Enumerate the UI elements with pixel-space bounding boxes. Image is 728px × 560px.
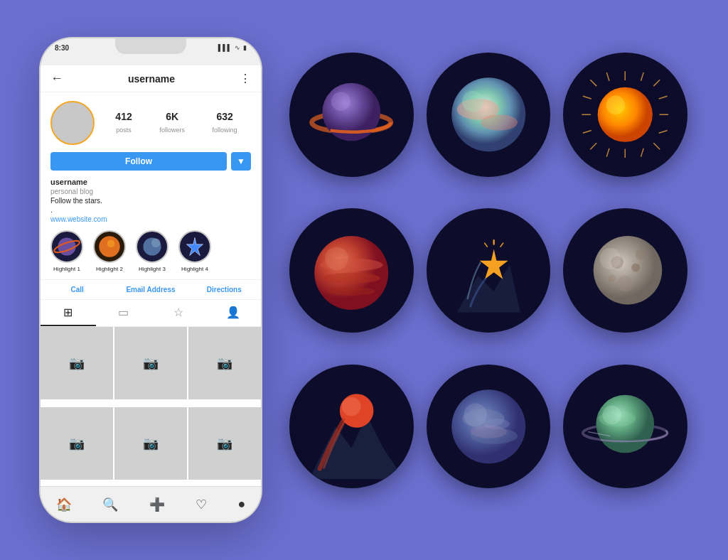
svg-point-11 [331,92,350,111]
svg-point-5 [151,238,161,247]
following-count: 632 [213,111,237,122]
planet-ringed-green [563,365,687,489]
planet-mars [289,208,414,333]
svg-line-31 [607,149,610,157]
svg-line-25 [641,149,644,157]
tab-tagged[interactable]: ☆ [151,300,206,326]
planet-saturn [289,53,414,177]
grid-cell-1[interactable]: 📷 [41,327,113,399]
highlight-circle-2 [93,230,126,263]
highlight-label-2: Highlight 2 [96,266,123,272]
main-container: 8:30 ▌▌▌ ∿ ▮ ← username ⋮ [0,0,728,560]
stats-row: 412 posts 6K followers 632 following [50,101,251,145]
svg-point-3 [107,240,115,248]
tab-grid[interactable]: ⊞ [41,300,96,326]
grid-cell-3[interactable]: 📷 [188,327,261,399]
follow-row: Follow ▼ [50,152,251,171]
planets-grid [289,53,687,507]
phone-notch [115,38,186,54]
grid-cell-6[interactable]: 📷 [188,407,261,480]
highlight-2[interactable]: Highlight 2 [93,230,126,272]
svg-point-14 [481,114,518,130]
header-username: username [128,73,175,85]
back-button[interactable]: ← [50,71,63,86]
grid-cell-4[interactable]: 📷 [41,407,113,480]
posts-label: posts [116,126,132,134]
svg-line-28 [659,96,668,99]
follow-dropdown-button[interactable]: ▼ [231,152,251,171]
svg-point-32 [598,87,653,142]
planet-moon [563,208,687,333]
highlight-label-3: Highlight 3 [139,266,166,272]
svg-line-30 [641,72,644,81]
svg-line-24 [607,72,610,81]
menu-button[interactable]: ⋮ [240,72,251,85]
wifi-icon: ∿ [235,44,240,51]
battery-icon: ▮ [243,44,247,51]
bio-dot: . [50,206,251,214]
svg-point-53 [342,397,361,416]
planet-comet [289,365,414,489]
nav-likes[interactable]: ♡ [196,497,207,512]
highlight-circle-3 [136,230,168,263]
svg-point-33 [606,96,626,115]
directions-button[interactable]: Directions [188,286,261,294]
highlight-label-4: Highlight 4 [181,266,208,272]
highlight-circle-4 [178,230,211,263]
planet-nebula [427,53,551,177]
photo-grid: 📷 📷 📷 📷 📷 📷 [41,327,261,486]
svg-point-36 [322,273,380,284]
posts-count: 412 [115,111,132,122]
avatar [50,101,95,145]
grid-cell-2[interactable]: 📷 [114,327,187,399]
bio-type: personal blog [50,188,251,195]
svg-point-48 [636,249,647,260]
ig-profile: 412 posts 6K followers 632 following [41,92,261,230]
posts-stat: 412 posts [115,111,132,135]
svg-line-43 [484,243,487,247]
tab-mentions[interactable]: 👤 [206,300,262,326]
email-button[interactable]: Email Address [114,286,187,294]
highlight-4[interactable]: Highlight 4 [178,230,211,272]
bio-name: username [50,178,251,186]
following-stat: 632 following [213,111,237,135]
follow-button[interactable]: Follow [50,152,227,171]
bio-link[interactable]: www.website.com [50,215,251,223]
call-button[interactable]: Call [41,286,114,294]
highlight-label-1: Highlight 1 [53,266,80,272]
nav-home[interactable]: 🏠 [56,497,72,512]
svg-marker-40 [479,249,508,279]
followers-count: 6K [159,111,185,122]
tab-reels[interactable]: ▭ [96,300,151,326]
ig-header: ← username ⋮ [41,65,261,92]
svg-point-49 [609,275,616,282]
svg-point-15 [462,91,483,112]
phone-mockup: 8:30 ▌▌▌ ∿ ▮ ← username ⋮ [41,38,261,522]
svg-point-37 [328,287,375,296]
followers-stat: 6K followers [159,111,185,135]
phone-wrapper: 8:30 ▌▌▌ ∿ ▮ ← username ⋮ [41,38,261,522]
phone-screen: ← username ⋮ 412 posts [41,65,261,486]
highlight-3[interactable]: Highlight 3 [136,230,168,272]
status-bar: 8:30 ▌▌▌ ∿ ▮ [41,38,261,65]
svg-point-46 [632,264,641,272]
highlight-1[interactable]: Highlight 1 [50,230,83,272]
followers-label: followers [159,126,185,134]
content-tabs: ⊞ ▭ ☆ 👤 [41,300,261,327]
bio-text: Follow the stars. [50,197,251,205]
nav-add[interactable]: ➕ [149,497,165,512]
nav-search[interactable]: 🔍 [102,497,118,512]
svg-point-59 [470,425,507,438]
svg-point-63 [603,405,622,424]
svg-line-42 [500,243,503,247]
svg-point-38 [325,247,348,271]
grid-cell-5[interactable]: 📷 [114,407,187,480]
svg-line-27 [659,131,668,134]
planet-water [427,365,551,489]
following-label: following [213,126,237,134]
svg-point-44 [594,236,663,305]
action-buttons: Call Email Address Directions [41,279,261,300]
highlights-row: Highlight 1 Highlight 2 Highlight 3 [41,230,261,279]
nav-profile[interactable]: ● [237,497,245,512]
svg-line-29 [583,131,592,134]
